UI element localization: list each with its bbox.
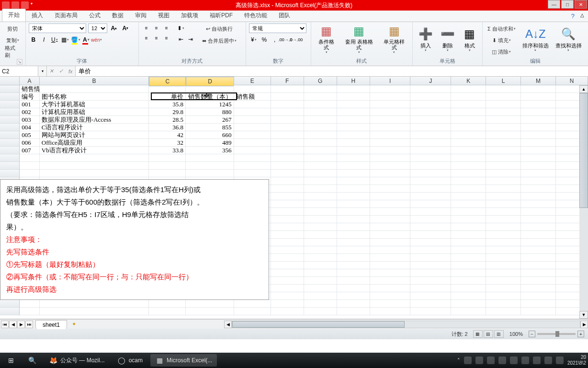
border-button[interactable]: ▦ bbox=[60, 35, 70, 45]
cell-F12[interactable] bbox=[271, 170, 304, 177]
cell-I18[interactable] bbox=[370, 216, 411, 223]
cell-M5[interactable] bbox=[521, 116, 556, 124]
cell-C2[interactable]: 单价 bbox=[149, 93, 186, 101]
cell-M30[interactable] bbox=[521, 308, 556, 315]
tray-icon[interactable] bbox=[521, 356, 529, 364]
cell-L14[interactable] bbox=[486, 185, 521, 193]
cell-A9[interactable]: 007 bbox=[20, 147, 39, 154]
cell-H26[interactable] bbox=[337, 277, 370, 285]
cell-H11[interactable] bbox=[337, 162, 370, 170]
cell-I23[interactable] bbox=[370, 254, 411, 262]
decrease-indent-icon[interactable]: ⇤ bbox=[176, 34, 186, 44]
conditional-format-button[interactable]: ▦条件格式▾ bbox=[314, 23, 339, 55]
cell-K21[interactable] bbox=[451, 239, 486, 246]
cell-H1[interactable] bbox=[337, 85, 370, 93]
cell-L22[interactable] bbox=[486, 246, 521, 254]
cell-F23[interactable] bbox=[271, 254, 304, 262]
cell-I26[interactable] bbox=[370, 277, 411, 285]
format-as-table-button[interactable]: ▦套用 表格格式▾ bbox=[341, 23, 378, 55]
cell-F20[interactable] bbox=[271, 231, 304, 239]
cell-H7[interactable] bbox=[337, 131, 370, 139]
cell-J3[interactable] bbox=[410, 101, 451, 108]
cell-J16[interactable] bbox=[410, 200, 451, 208]
cell-K11[interactable] bbox=[451, 162, 486, 170]
cell-H30[interactable] bbox=[337, 308, 370, 315]
tray-icon[interactable] bbox=[498, 356, 506, 364]
cell-F3[interactable] bbox=[271, 101, 304, 108]
cell-M6[interactable] bbox=[521, 124, 556, 131]
cell-H16[interactable] bbox=[337, 200, 370, 208]
col-header-D[interactable]: D bbox=[186, 77, 234, 86]
cell-B2[interactable]: 图书名称 bbox=[40, 93, 149, 101]
cell-J22[interactable] bbox=[410, 246, 451, 254]
cell-J12[interactable] bbox=[410, 170, 451, 177]
cell-J13[interactable] bbox=[410, 177, 451, 185]
cell-A10[interactable] bbox=[20, 154, 39, 162]
cell-B1[interactable] bbox=[40, 85, 149, 93]
cell-styles-button[interactable]: ▦单元格样式▾ bbox=[379, 23, 409, 55]
cell-A3[interactable]: 001 bbox=[20, 101, 39, 108]
qat-save-icon[interactable] bbox=[2, 1, 10, 9]
cell-K3[interactable] bbox=[451, 101, 486, 108]
cell-I28[interactable] bbox=[370, 292, 411, 300]
normal-view-icon[interactable]: ▦ bbox=[473, 330, 483, 338]
cell-H10[interactable] bbox=[337, 154, 370, 162]
tray-icon[interactable] bbox=[533, 356, 541, 364]
cell-J11[interactable] bbox=[410, 162, 451, 170]
cell-G24[interactable] bbox=[304, 262, 337, 269]
italic-button[interactable]: I bbox=[39, 35, 49, 45]
cell-E10[interactable] bbox=[234, 154, 271, 162]
align-middle-icon[interactable]: ≡ bbox=[152, 23, 161, 32]
wrap-text-button[interactable]: ↩ 自动换行 bbox=[200, 23, 238, 34]
cell-L27[interactable] bbox=[486, 285, 521, 292]
cell-L2[interactable] bbox=[486, 93, 521, 101]
cell-G10[interactable] bbox=[304, 154, 337, 162]
cell-K28[interactable] bbox=[451, 292, 486, 300]
cell-D4[interactable]: 880 bbox=[186, 108, 234, 116]
cell-I10[interactable] bbox=[370, 154, 411, 162]
col-header-A[interactable]: A bbox=[20, 77, 39, 85]
currency-icon[interactable]: ¥ bbox=[249, 35, 259, 45]
cell-F18[interactable] bbox=[271, 216, 304, 223]
cell-I13[interactable] bbox=[370, 177, 411, 185]
cell-C1[interactable] bbox=[149, 85, 186, 93]
cell-I17[interactable] bbox=[370, 208, 411, 216]
instruction-textbox[interactable]: 采用高级筛选，筛选出单价大于等于35(筛选条件1写在H列)或销售数量（本）大于等… bbox=[0, 179, 269, 300]
cell-F24[interactable] bbox=[271, 262, 304, 269]
cell-J29[interactable] bbox=[410, 300, 451, 308]
cell-C29[interactable] bbox=[149, 300, 186, 308]
vertical-scrollbar[interactable]: ▲ ▼ bbox=[579, 85, 588, 319]
cell-J27[interactable] bbox=[410, 285, 451, 292]
cell-G8[interactable] bbox=[304, 139, 337, 147]
cell-E3[interactable] bbox=[234, 101, 271, 108]
align-bottom-icon[interactable]: ≡ bbox=[162, 23, 171, 32]
cell-G23[interactable] bbox=[304, 254, 337, 262]
cell-J26[interactable] bbox=[410, 277, 451, 285]
cell-G16[interactable] bbox=[304, 200, 337, 208]
cell-G3[interactable] bbox=[304, 101, 337, 108]
cell-G15[interactable] bbox=[304, 193, 337, 200]
cell-L18[interactable] bbox=[486, 216, 521, 223]
cell-E6[interactable] bbox=[234, 124, 271, 131]
cell-H17[interactable] bbox=[337, 208, 370, 216]
cell-L20[interactable] bbox=[486, 231, 521, 239]
align-top-icon[interactable]: ≡ bbox=[142, 23, 151, 32]
cell-G25[interactable] bbox=[304, 269, 337, 277]
cell-L9[interactable] bbox=[486, 147, 521, 154]
cell-J30[interactable] bbox=[410, 308, 451, 315]
cell-I4[interactable] bbox=[370, 108, 411, 116]
font-size-select[interactable]: 12 bbox=[88, 23, 107, 33]
cell-B10[interactable] bbox=[40, 154, 149, 162]
tray-icon[interactable] bbox=[475, 356, 483, 364]
cell-L4[interactable] bbox=[486, 108, 521, 116]
cell-K19[interactable] bbox=[451, 223, 486, 231]
cell-M28[interactable] bbox=[521, 292, 556, 300]
cell-D3[interactable]: 1245 bbox=[186, 101, 234, 108]
cell-H14[interactable] bbox=[337, 185, 370, 193]
cell-M4[interactable] bbox=[521, 108, 556, 116]
row-header[interactable] bbox=[0, 93, 20, 101]
cell-K16[interactable] bbox=[451, 200, 486, 208]
cell-F26[interactable] bbox=[271, 277, 304, 285]
cell-H5[interactable] bbox=[337, 116, 370, 124]
cell-F8[interactable] bbox=[271, 139, 304, 147]
